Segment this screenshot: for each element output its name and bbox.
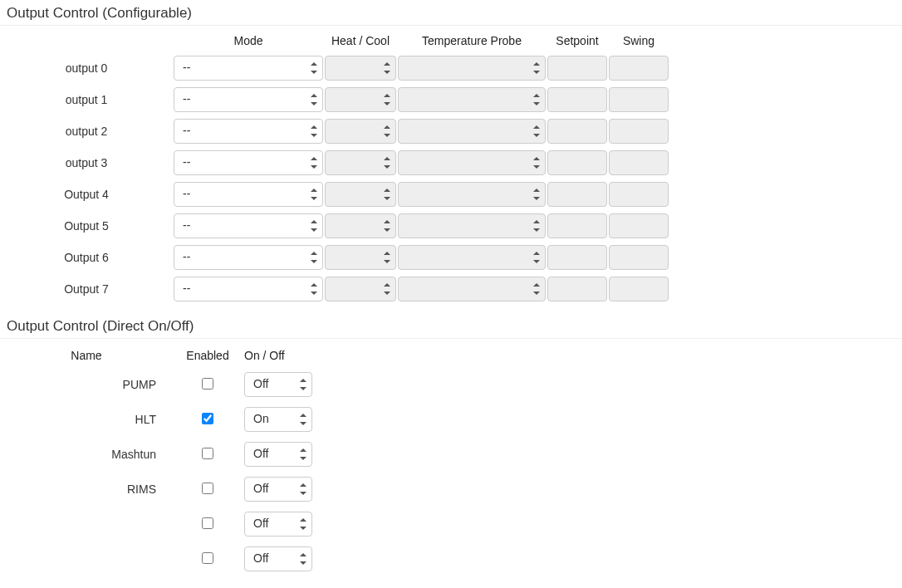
enabled-checkbox[interactable] bbox=[202, 448, 213, 459]
output-label: output 2 bbox=[0, 115, 173, 147]
setpoint-input[interactable] bbox=[547, 56, 607, 81]
temp-probe-select[interactable] bbox=[398, 277, 546, 301]
output-row: output 0 -- bbox=[0, 52, 669, 84]
swing-input[interactable] bbox=[609, 277, 669, 301]
heat-cool-select[interactable] bbox=[325, 213, 396, 238]
configurable-section-heading: Output Control (Configurable) bbox=[0, 0, 902, 26]
direct-section-heading: Output Control (Direct On/Off) bbox=[0, 313, 902, 339]
direct-name: PUMP bbox=[0, 367, 173, 402]
swing-input[interactable] bbox=[609, 87, 669, 112]
swing-input[interactable] bbox=[609, 182, 669, 207]
setpoint-input[interactable] bbox=[547, 182, 607, 207]
col-enabled-header: Enabled bbox=[173, 344, 243, 367]
mode-select[interactable]: -- bbox=[174, 56, 323, 81]
heat-cool-select[interactable] bbox=[325, 245, 396, 270]
direct-row: HLT On bbox=[0, 402, 326, 437]
direct-row: PUMP Off bbox=[0, 367, 326, 402]
col-name-header: Name bbox=[0, 344, 173, 367]
direct-table: Name Enabled On / Off PUMP Off HLT On Ma… bbox=[0, 344, 326, 576]
configurable-table: Mode Heat / Cool Temperature Probe Setpo… bbox=[0, 31, 669, 305]
direct-name bbox=[0, 507, 173, 541]
output-row: Output 4 -- bbox=[0, 179, 669, 210]
col-probe-header: Temperature Probe bbox=[397, 31, 547, 52]
output-label: output 3 bbox=[0, 147, 173, 179]
output-label: Output 7 bbox=[0, 273, 173, 305]
heat-cool-select[interactable] bbox=[325, 277, 396, 301]
enabled-checkbox[interactable] bbox=[202, 517, 213, 529]
mode-select[interactable]: -- bbox=[174, 119, 323, 144]
onoff-select[interactable]: Off bbox=[244, 442, 312, 467]
setpoint-input[interactable] bbox=[547, 87, 607, 112]
heat-cool-select[interactable] bbox=[325, 150, 396, 175]
col-heatcool-header: Heat / Cool bbox=[324, 31, 397, 52]
temp-probe-select[interactable] bbox=[398, 150, 546, 175]
swing-input[interactable] bbox=[609, 245, 669, 270]
output-row: output 2 -- bbox=[0, 115, 669, 147]
temp-probe-select[interactable] bbox=[398, 119, 546, 144]
enabled-checkbox[interactable] bbox=[202, 483, 213, 494]
col-mode-header: Mode bbox=[173, 31, 324, 52]
output-row: Output 6 -- bbox=[0, 242, 669, 273]
temp-probe-select[interactable] bbox=[398, 213, 546, 238]
output-label: Output 4 bbox=[0, 179, 173, 210]
direct-row: Off bbox=[0, 507, 326, 541]
swing-input[interactable] bbox=[609, 119, 669, 144]
temp-probe-select[interactable] bbox=[398, 87, 546, 112]
onoff-select[interactable]: Off bbox=[244, 512, 312, 537]
direct-name: Mashtun bbox=[0, 437, 173, 472]
output-row: output 3 -- bbox=[0, 147, 669, 179]
heat-cool-select[interactable] bbox=[325, 87, 396, 112]
setpoint-input[interactable] bbox=[547, 245, 607, 270]
onoff-select[interactable]: Off bbox=[244, 372, 312, 397]
mode-select[interactable]: -- bbox=[174, 87, 323, 112]
onoff-select[interactable]: On bbox=[244, 407, 312, 432]
output-label: output 1 bbox=[0, 84, 173, 115]
swing-input[interactable] bbox=[609, 150, 669, 175]
temp-probe-select[interactable] bbox=[398, 56, 546, 81]
setpoint-input[interactable] bbox=[547, 119, 607, 144]
heat-cool-select[interactable] bbox=[325, 182, 396, 207]
output-label: Output 5 bbox=[0, 210, 173, 242]
setpoint-input[interactable] bbox=[547, 150, 607, 175]
enabled-checkbox[interactable] bbox=[202, 378, 213, 390]
output-row: Output 7 -- bbox=[0, 273, 669, 305]
output-row: output 1 -- bbox=[0, 84, 669, 115]
direct-row: Mashtun Off bbox=[0, 437, 326, 472]
output-label: output 0 bbox=[0, 52, 173, 84]
col-setpoint-header: Setpoint bbox=[547, 31, 608, 52]
mode-select[interactable]: -- bbox=[174, 245, 323, 270]
direct-row: Off bbox=[0, 541, 326, 576]
col-swing-header: Swing bbox=[608, 31, 669, 52]
swing-input[interactable] bbox=[609, 56, 669, 81]
direct-name: RIMS bbox=[0, 472, 173, 507]
mode-select[interactable]: -- bbox=[174, 277, 323, 301]
mode-select[interactable]: -- bbox=[174, 182, 323, 207]
output-row: Output 5 -- bbox=[0, 210, 669, 242]
output-label: Output 6 bbox=[0, 242, 173, 273]
direct-name bbox=[0, 541, 173, 576]
enabled-checkbox[interactable] bbox=[202, 413, 213, 424]
mode-select[interactable]: -- bbox=[174, 150, 323, 175]
col-onoff-header: On / Off bbox=[243, 344, 326, 367]
temp-probe-select[interactable] bbox=[398, 182, 546, 207]
direct-name: HLT bbox=[0, 402, 173, 437]
setpoint-input[interactable] bbox=[547, 277, 607, 301]
enabled-checkbox[interactable] bbox=[202, 552, 213, 564]
mode-select[interactable]: -- bbox=[174, 213, 323, 238]
direct-row: RIMS Off bbox=[0, 472, 326, 507]
heat-cool-select[interactable] bbox=[325, 119, 396, 144]
onoff-select[interactable]: Off bbox=[244, 477, 312, 502]
onoff-select[interactable]: Off bbox=[244, 546, 312, 571]
swing-input[interactable] bbox=[609, 213, 669, 238]
temp-probe-select[interactable] bbox=[398, 245, 546, 270]
heat-cool-select[interactable] bbox=[325, 56, 396, 81]
setpoint-input[interactable] bbox=[547, 213, 607, 238]
